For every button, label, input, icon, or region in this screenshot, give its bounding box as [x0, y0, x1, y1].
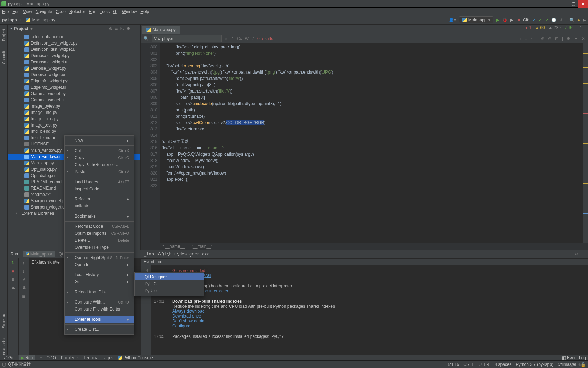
tree-item[interactable]: Gamma_widget.ui	[8, 97, 140, 103]
menu-item[interactable]: Compare File with Editor	[65, 306, 134, 313]
menu-item[interactable]: ▪CutCtrl+X	[65, 147, 134, 154]
rerun-icon[interactable]: ↻	[11, 260, 15, 265]
menu-item[interactable]: External Tools▸	[65, 316, 134, 323]
menu-item[interactable]: New▸	[65, 137, 134, 144]
menu-item[interactable]: Copy Path/Reference...	[65, 161, 134, 168]
ide-update-icon[interactable]: ●	[578, 18, 580, 22]
menu-item[interactable]: ▪PasteCtrl+V	[65, 168, 134, 175]
menu-item[interactable]: Validate	[65, 203, 134, 210]
terminal-tab[interactable]: Terminal	[84, 355, 99, 360]
menu-help[interactable]: Help	[140, 9, 149, 14]
maximize-button[interactable]: ▢	[568, 0, 578, 8]
tree-item[interactable]: Edgeinfo_widget.py	[8, 78, 140, 84]
hide-icon[interactable]: —	[133, 26, 138, 31]
find-prev-icon[interactable]: ↑	[519, 36, 522, 41]
event-link[interactable]: Configure...	[172, 323, 194, 328]
event-link[interactable]: Download once	[172, 314, 201, 319]
structure-tool-button[interactable]: Structure	[2, 310, 6, 331]
menu-item[interactable]: Refactor▸	[65, 196, 134, 203]
menu-tools[interactable]: Tools	[100, 9, 110, 14]
find-close-icon[interactable]: ✕	[224, 36, 228, 41]
menu-navigate[interactable]: Navigate	[36, 9, 52, 14]
close-button[interactable]: ✕	[578, 0, 588, 8]
menu-code[interactable]: Code	[56, 9, 66, 14]
menu-item[interactable]: Optimize ImportsCtrl+Alt+O	[65, 230, 134, 237]
code-editor[interactable]: 8008018028038048058068078088098108118128…	[141, 43, 588, 243]
find-remove-icon[interactable]: ⊖	[548, 36, 552, 41]
project-tool-button[interactable]: Project	[2, 26, 6, 44]
find-filter-icon[interactable]: ▼	[574, 36, 578, 41]
external-tools-submenu[interactable]: Qt DesignerPyUICPyRcc	[134, 272, 204, 296]
todo-tab[interactable]: ≡ TODO	[40, 355, 56, 360]
menu-item[interactable]: ▪Compare With...Ctrl+D	[65, 299, 134, 306]
event-link[interactable]: Don't show again	[172, 319, 204, 323]
interpreter[interactable]: Python 3.7 (py-ispp)	[516, 362, 553, 367]
menu-item[interactable]: ▪CopyCtrl+C	[65, 154, 134, 161]
find-add-icon[interactable]: ⊕	[541, 36, 545, 41]
git-history-icon[interactable]: 🕒	[551, 18, 556, 22]
menu-run[interactable]: Run	[89, 9, 96, 14]
line-sep[interactable]: CRLF	[463, 362, 474, 367]
locate-icon[interactable]: ⊕	[109, 26, 112, 31]
tree-item[interactable]: Denoise_widget.py	[8, 65, 140, 71]
findbar-close-icon[interactable]: ✕	[582, 36, 585, 41]
tree-item[interactable]: Denoise_widget.ui	[8, 71, 140, 78]
run-tab-qt[interactable]: Qt	[59, 252, 63, 257]
indent[interactable]: 4 spaces	[495, 362, 512, 367]
menu-item[interactable]: Delete...Delete	[65, 237, 134, 244]
console-tab[interactable]: Python Console	[118, 355, 153, 360]
cursor-pos[interactable]: 821:16	[447, 362, 460, 367]
menu-refactor[interactable]: Refactor	[69, 9, 85, 14]
search-icon[interactable]: 🔍	[569, 18, 575, 22]
git-update-icon[interactable]: ↙	[532, 18, 536, 22]
down-icon[interactable]: ↓	[23, 269, 25, 274]
wrap-icon[interactable]: ↲	[22, 277, 26, 282]
debug-button[interactable]: 🐞	[502, 18, 507, 22]
collapse-icon[interactable]: ⇱	[120, 26, 124, 31]
menu-git[interactable]: Git	[113, 9, 118, 14]
find-input[interactable]	[152, 35, 222, 42]
menu-item[interactable]: ▪Open in Right SplitShift+Enter	[65, 254, 134, 261]
stop-button[interactable]: ■	[518, 18, 520, 22]
menu-item[interactable]: Override File Type	[65, 244, 134, 251]
stop-icon[interactable]: ■	[12, 269, 14, 274]
ide-settings-icon[interactable]: ▶	[583, 18, 586, 22]
tree-item[interactable]: image_bytes.py	[8, 103, 140, 109]
menu-item[interactable]: ▪Reload from Disk	[65, 288, 134, 295]
tree-item[interactable]: Edgeinfo_widget.ui	[8, 84, 140, 90]
context-menu[interactable]: New▸▪CutCtrl+X▪CopyCtrl+CCopy Path/Refer…	[64, 135, 134, 335]
git-tab[interactable]: ⎇ Git	[2, 355, 14, 360]
event-log-list[interactable]: Git is not installedDownload and Install…	[151, 265, 588, 355]
inspection-badges[interactable]: ● 1 ▲ 60 ▲ 239 ✓ 96 ˆ ˅	[525, 25, 582, 30]
tree-item[interactable]: Definition_test_widget.py	[8, 40, 140, 46]
pause-icon[interactable]: ⇊	[11, 277, 15, 282]
menu-window[interactable]: Window	[122, 9, 137, 14]
tree-item[interactable]: Definition_test_widget.ui	[8, 46, 140, 53]
commit-tool-button[interactable]: Commit	[2, 48, 6, 67]
minimize-button[interactable]: ─	[559, 0, 568, 8]
menu-item[interactable]: ▪Create Gist...	[65, 326, 134, 333]
menu-item[interactable]: Inspect Code...	[65, 185, 134, 192]
packages-tab[interactable]: ages	[104, 355, 113, 360]
menu-edit[interactable]: Edit	[12, 9, 20, 14]
git-push-icon[interactable]: ↗	[545, 18, 548, 22]
exit-icon[interactable]: ⏏	[11, 286, 15, 291]
editor-tab[interactable]: Man_app.py	[142, 26, 180, 34]
menu-item[interactable]: Find UsagesAlt+F7	[65, 178, 134, 185]
git-rollback-icon[interactable]: ↺	[559, 18, 563, 22]
statusbar-icon[interactable]: ▢	[2, 362, 6, 367]
git-commit-icon[interactable]: ✓	[539, 18, 542, 22]
tree-item[interactable]: Image_test.py	[8, 122, 140, 128]
run-button[interactable]: ▶	[496, 18, 499, 22]
event-link[interactable]: Always download	[172, 309, 205, 314]
tree-item[interactable]: Gamma_widget.py	[8, 90, 140, 97]
breadcrumb-file[interactable]: Man_app.py	[32, 18, 55, 22]
submenu-item[interactable]: PyRcc	[135, 287, 204, 294]
tree-item[interactable]: Demosaic_widget.ui	[8, 59, 140, 65]
eventlog-hide-icon[interactable]: —	[581, 252, 585, 257]
problems-tab[interactable]: Problems	[61, 355, 79, 360]
find-all-icon[interactable]: ⊡	[555, 36, 559, 41]
submenu-item[interactable]: Qt Designer	[135, 273, 204, 280]
event-log-tab[interactable]: ◧ Event Log	[562, 355, 586, 360]
submenu-item[interactable]: PyUIC	[135, 280, 204, 287]
